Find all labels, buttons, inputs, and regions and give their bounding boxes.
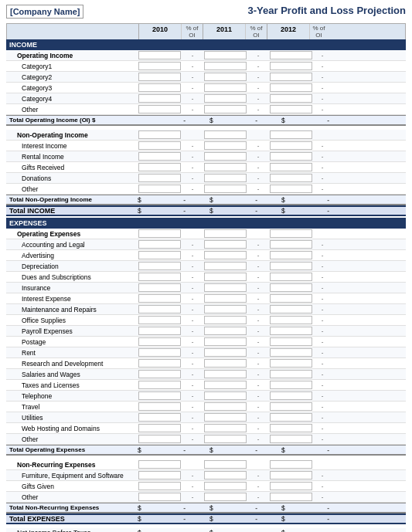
- other-income-2011[interactable]: [204, 105, 247, 114]
- cat1-2010[interactable]: [138, 62, 181, 70]
- gte-2011-val: -: [217, 515, 260, 523]
- furniture-label: Furniture, Equipment and Software: [6, 471, 138, 480]
- rental-2010[interactable]: [138, 152, 181, 161]
- donations-2011[interactable]: [204, 174, 247, 182]
- furniture-row: Furniture, Equipment and Software - - -: [6, 470, 406, 481]
- cat3-2011-pct: -: [247, 84, 269, 91]
- interest-2012[interactable]: [270, 141, 312, 150]
- toe-ds-2011: $: [209, 446, 217, 454]
- page-header: [Company Name] 3-Year Profit and Loss Pr…: [6, 5, 406, 19]
- rental-2011[interactable]: [204, 152, 247, 161]
- rental-row: Rental Income - - -: [6, 151, 406, 162]
- cat2-2012[interactable]: [270, 73, 312, 81]
- other-income-2010[interactable]: [138, 105, 181, 114]
- interest-row: Interest Income - - -: [6, 141, 406, 151]
- cat3-2012[interactable]: [270, 83, 312, 92]
- other-exp-label: Other: [6, 435, 138, 444]
- gti-ds-2011: $: [209, 207, 217, 215]
- oi-2011[interactable]: [204, 51, 247, 59]
- cat3-row: Category3 - - -: [6, 83, 406, 93]
- gti-2010-val: -: [145, 207, 188, 215]
- toe-2011-val: -: [217, 446, 260, 454]
- cat4-2010[interactable]: [138, 94, 181, 103]
- payroll-row: Payroll Expenses - - -: [6, 326, 406, 337]
- cat3-2011[interactable]: [204, 83, 247, 92]
- postage-row: Postage - - -: [6, 337, 406, 347]
- oi-2010-pct: -: [182, 52, 203, 59]
- grand-total-income-row: Total INCOME $ - $ - $ -: [6, 205, 406, 216]
- donations-2012[interactable]: [270, 174, 312, 182]
- non-op-income-label-row: Non-Operating Income: [6, 130, 406, 141]
- cat4-row: Category4 - - -: [6, 93, 406, 104]
- nbt-2012-val: -: [289, 529, 332, 532]
- grand-total-income-label: Total INCOME: [6, 207, 138, 215]
- nbt-ds-2010: $: [138, 529, 145, 532]
- maintenance-label: Maintenance and Repairs: [6, 305, 138, 314]
- noi-2010[interactable]: [138, 130, 181, 139]
- total-operating-income-label: Total Operating Income (OI) $: [6, 116, 138, 124]
- rental-2012[interactable]: [270, 152, 312, 161]
- tnoi-ds-2011: $: [209, 196, 217, 204]
- cat4-2011-pct: -: [247, 95, 269, 102]
- other-noi-label: Other: [6, 185, 138, 194]
- toe-ds-2010: $: [138, 446, 145, 454]
- gifts-received-2010-pct: -: [182, 164, 203, 171]
- tnoi-2011-val: -: [217, 196, 260, 204]
- donations-2010[interactable]: [138, 174, 181, 182]
- cat4-2011[interactable]: [204, 94, 247, 103]
- depreciation-label: Depreciation: [6, 262, 138, 271]
- taxes-licenses-row: Taxes and Licenses - - -: [6, 380, 406, 391]
- other-noi-2010[interactable]: [138, 185, 181, 193]
- gifts-received-2012[interactable]: [270, 163, 312, 171]
- gifts-received-row: Gifts Received - - -: [6, 162, 406, 173]
- cat2-2010-pct: -: [182, 73, 203, 80]
- toi-ds-2012: $: [281, 117, 289, 124]
- other-noi-2012[interactable]: [270, 185, 312, 193]
- donations-2011-pct: -: [247, 175, 269, 181]
- oi-2010[interactable]: [138, 51, 181, 59]
- pct-2012-header: % of OI: [309, 24, 328, 39]
- income-section-header: INCOME: [6, 39, 406, 50]
- year-2012-header: 2012: [267, 24, 309, 39]
- rent-label: Rent: [6, 348, 138, 357]
- office-supplies-label: Office Supplies: [6, 316, 138, 325]
- column-header-row: 2010 % of OI 2011 % of OI 2012 % of OI: [6, 23, 406, 39]
- gifts-received-2010[interactable]: [138, 163, 181, 171]
- cat2-2011[interactable]: [204, 73, 247, 81]
- other-noi-2011-pct: -: [247, 185, 269, 192]
- cat3-2010[interactable]: [138, 83, 181, 92]
- interest-2010[interactable]: [138, 141, 181, 150]
- gte-2010-val: -: [145, 515, 188, 523]
- nbt-ds-2012: $: [281, 529, 289, 532]
- tnre-ds-2012: $: [281, 504, 289, 512]
- cat2-2011-pct: -: [247, 73, 269, 80]
- nbt-2011-val: -: [217, 529, 260, 532]
- oi-2012[interactable]: [270, 51, 312, 59]
- company-name[interactable]: [Company Name]: [6, 5, 83, 19]
- interest-2011[interactable]: [204, 141, 247, 150]
- gifts-given-label: Gifts Given: [6, 482, 138, 491]
- other-noi-2011[interactable]: [204, 185, 247, 193]
- noi-2012[interactable]: [270, 130, 312, 139]
- insurance-label: Insurance: [6, 283, 138, 293]
- interest-2010-pct: -: [182, 142, 203, 149]
- other-income-2011-pct: -: [247, 106, 269, 113]
- donations-2012-pct: -: [313, 175, 332, 181]
- gte-ds-2011: $: [209, 515, 217, 523]
- cat4-2012[interactable]: [270, 94, 312, 103]
- non-rec-label: Non-Recurring Expenses: [6, 460, 138, 469]
- interest-exp-row: Interest Expense - - -: [6, 293, 406, 304]
- noi-2011[interactable]: [204, 130, 247, 139]
- cat1-2011[interactable]: [204, 62, 247, 70]
- insurance-row: Insurance - - -: [6, 283, 406, 293]
- gifts-received-2011[interactable]: [204, 163, 247, 171]
- donations-row: Donations - - -: [6, 173, 406, 184]
- other-income-2012[interactable]: [270, 105, 312, 114]
- oi-2012-pct: -: [313, 52, 332, 59]
- cat2-2010[interactable]: [138, 73, 181, 81]
- pct-2010-header: % of OI: [181, 24, 203, 39]
- nbt-2010-val: -: [145, 529, 188, 532]
- cat2-row: Category2 - - -: [6, 72, 406, 83]
- cat1-2012[interactable]: [270, 62, 312, 70]
- toe-2012-val: -: [289, 446, 332, 454]
